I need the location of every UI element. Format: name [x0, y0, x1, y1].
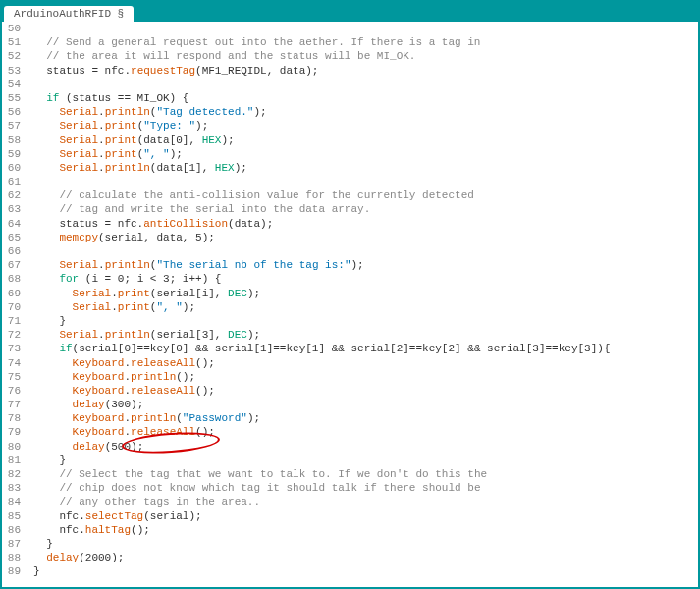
- code-line[interactable]: 78 Keyboard.println("Password");: [2, 411, 698, 425]
- code-line[interactable]: 73 if(serial[0]==key[0] && serial[1]==ke…: [2, 342, 698, 355]
- code-content[interactable]: delay(2000);: [27, 551, 124, 564]
- code-line[interactable]: 76 Keyboard.releaseAll();: [2, 384, 698, 398]
- code-editor[interactable]: 5051 // Send a general request out into …: [2, 22, 698, 587]
- line-number: 85: [2, 509, 27, 523]
- code-content[interactable]: [27, 78, 33, 91]
- code-line[interactable]: 56 Serial.println("Tag detected.");: [2, 105, 698, 119]
- code-content[interactable]: if(serial[0]==key[0] && serial[1]==key[1…: [27, 342, 611, 355]
- line-number: 84: [2, 495, 27, 509]
- code-content[interactable]: // any other tags in the area..: [27, 495, 260, 509]
- code-line[interactable]: 50: [2, 22, 698, 35]
- code-line[interactable]: 77 delay(300);: [2, 398, 698, 411]
- code-content[interactable]: if (status == MI_OK) {: [27, 91, 188, 105]
- code-line[interactable]: 53 status = nfc.requestTag(MF1_REQIDL, d…: [2, 64, 698, 78]
- tab-sketch[interactable]: ArduinoAuthRFID §: [4, 6, 134, 22]
- code-content[interactable]: Keyboard.releaseAll();: [27, 356, 215, 370]
- line-number: 57: [2, 119, 27, 133]
- code-content[interactable]: [27, 244, 33, 258]
- line-number: 72: [2, 328, 27, 342]
- code-line[interactable]: 71 }: [2, 314, 698, 328]
- code-content[interactable]: Keyboard.println("Password");: [27, 411, 260, 425]
- code-line[interactable]: 57 Serial.print("Type: ");: [2, 119, 698, 133]
- code-line[interactable]: 88 delay(2000);: [2, 551, 698, 564]
- line-number: 55: [2, 91, 27, 105]
- code-content[interactable]: // tag and write the serial into the dat…: [27, 202, 370, 216]
- code-content[interactable]: Keyboard.println();: [27, 370, 195, 384]
- code-content[interactable]: // Send a general request out into the a…: [27, 35, 480, 49]
- code-line[interactable]: 81 }: [2, 454, 698, 467]
- line-number: 50: [2, 22, 27, 35]
- line-number: 81: [2, 454, 27, 467]
- code-content[interactable]: Serial.print("Type: ");: [27, 119, 208, 133]
- code-content[interactable]: }: [27, 454, 66, 467]
- code-line[interactable]: 62 // calculate the anti-collision value…: [2, 188, 698, 202]
- line-number: 75: [2, 370, 27, 384]
- code-line[interactable]: 66: [2, 244, 698, 258]
- code-content[interactable]: nfc.haltTag();: [27, 523, 150, 537]
- code-content[interactable]: Serial.println(serial[3], DEC);: [27, 328, 260, 342]
- code-content[interactable]: for (i = 0; i < 3; i++) {: [27, 272, 221, 286]
- code-content[interactable]: Serial.print(", ");: [27, 147, 183, 161]
- code-line[interactable]: 89}: [2, 564, 698, 578]
- code-line[interactable]: 55 if (status == MI_OK) {: [2, 91, 698, 105]
- code-content[interactable]: [27, 175, 33, 188]
- code-line[interactable]: 65 memcpy(serial, data, 5);: [2, 231, 698, 244]
- line-number: 76: [2, 384, 27, 398]
- code-line[interactable]: 63 // tag and write the serial into the …: [2, 202, 698, 216]
- code-content[interactable]: Serial.print(data[0], HEX);: [27, 134, 235, 147]
- code-line[interactable]: 80 delay(500);: [2, 440, 698, 454]
- code-line[interactable]: 54: [2, 78, 698, 91]
- code-line[interactable]: 68 for (i = 0; i < 3; i++) {: [2, 272, 698, 286]
- code-content[interactable]: delay(300);: [27, 398, 143, 411]
- code-line[interactable]: 60 Serial.println(data[1], HEX);: [2, 161, 698, 175]
- line-number: 78: [2, 411, 27, 425]
- code-line[interactable]: 58 Serial.print(data[0], HEX);: [2, 134, 698, 147]
- code-content[interactable]: [27, 22, 33, 35]
- code-line[interactable]: 87 }: [2, 537, 698, 551]
- line-number: 70: [2, 300, 27, 314]
- code-content[interactable]: // calculate the anti-collision value fo…: [27, 188, 474, 202]
- code-content[interactable]: Serial.println("The serial nb of the tag…: [27, 258, 364, 272]
- code-line[interactable]: 61: [2, 175, 698, 188]
- code-content[interactable]: nfc.selectTag(serial);: [27, 509, 202, 523]
- code-content[interactable]: memcpy(serial, data, 5);: [27, 231, 215, 244]
- code-content[interactable]: status = nfc.requestTag(MF1_REQIDL, data…: [27, 64, 318, 78]
- code-content[interactable]: status = nfc.antiCollision(data);: [27, 217, 273, 231]
- code-line[interactable]: 59 Serial.print(", ");: [2, 147, 698, 161]
- line-number: 80: [2, 440, 27, 454]
- code-line[interactable]: 70 Serial.print(", ");: [2, 300, 698, 314]
- code-content[interactable]: }: [27, 537, 53, 551]
- code-content[interactable]: }: [27, 314, 66, 328]
- code-line[interactable]: 67 Serial.println("The serial nb of the …: [2, 258, 698, 272]
- line-number: 52: [2, 49, 27, 63]
- code-line[interactable]: 86 nfc.haltTag();: [2, 523, 698, 537]
- line-number: 59: [2, 147, 27, 161]
- code-line[interactable]: 51 // Send a general request out into th…: [2, 35, 698, 49]
- code-line[interactable]: 75 Keyboard.println();: [2, 370, 698, 384]
- code-content[interactable]: }: [27, 564, 40, 578]
- code-content[interactable]: // chip does not know which tag it shoul…: [27, 481, 480, 495]
- line-number: 89: [2, 564, 27, 578]
- code-line[interactable]: 85 nfc.selectTag(serial);: [2, 509, 698, 523]
- code-line[interactable]: 74 Keyboard.releaseAll();: [2, 356, 698, 370]
- code-content[interactable]: delay(500);: [27, 440, 143, 454]
- code-content[interactable]: Keyboard.releaseAll();: [27, 425, 215, 439]
- line-number: 64: [2, 217, 27, 231]
- code-line[interactable]: 52 // the area it will respond and the s…: [2, 49, 698, 63]
- code-content[interactable]: Serial.print(", ");: [27, 300, 195, 314]
- code-content[interactable]: // the area it will respond and the stat…: [27, 49, 415, 63]
- code-content[interactable]: Serial.println(data[1], HEX);: [27, 161, 247, 175]
- code-content[interactable]: Serial.print(serial[i], DEC);: [27, 287, 260, 300]
- code-content[interactable]: Keyboard.releaseAll();: [27, 384, 215, 398]
- line-number: 79: [2, 425, 27, 439]
- code-line[interactable]: 79 Keyboard.releaseAll();: [2, 425, 698, 439]
- code-line[interactable]: 64 status = nfc.antiCollision(data);: [2, 217, 698, 231]
- line-number: 73: [2, 342, 27, 355]
- code-line[interactable]: 72 Serial.println(serial[3], DEC);: [2, 328, 698, 342]
- code-content[interactable]: // Select the tag that we want to talk t…: [27, 467, 487, 481]
- code-line[interactable]: 69 Serial.print(serial[i], DEC);: [2, 287, 698, 300]
- code-content[interactable]: Serial.println("Tag detected.");: [27, 105, 267, 119]
- code-line[interactable]: 82 // Select the tag that we want to tal…: [2, 467, 698, 481]
- code-line[interactable]: 83 // chip does not know which tag it sh…: [2, 481, 698, 495]
- code-line[interactable]: 84 // any other tags in the area..: [2, 495, 698, 509]
